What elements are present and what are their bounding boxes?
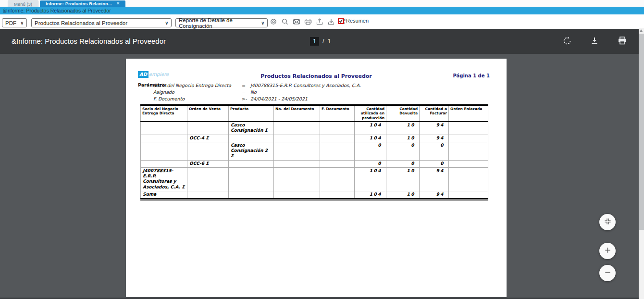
table-cell: OCC-6 Σ: [187, 160, 229, 167]
table-cell: [274, 142, 320, 160]
table-cell: [274, 135, 320, 142]
table-cell: Suma: [141, 191, 187, 199]
chevron-down-icon: ∨: [261, 21, 264, 25]
table-cell: OCC-4 Σ: [187, 135, 229, 142]
email-button[interactable]: [292, 18, 300, 26]
table-cell: [141, 122, 187, 135]
scrollbar-up-arrow-icon[interactable]: [640, 29, 643, 32]
table-cell: [320, 191, 355, 199]
table-cell: Casco Consignación 2 Σ: [229, 142, 274, 160]
print-icon: [618, 36, 627, 47]
table-cell: [141, 135, 187, 142]
table-cell: [229, 135, 274, 142]
table-header: Cantidad a Facturar: [420, 105, 449, 122]
report-select[interactable]: Productos Relacionados al Proveedor ∨: [31, 18, 172, 27]
minus-icon: [604, 269, 611, 277]
table-cell: [320, 160, 355, 167]
pdf-viewer-header: &Informe: Productos Relacionados al Prov…: [0, 29, 644, 54]
table-cell: 0: [355, 142, 386, 160]
email-icon: [293, 18, 300, 27]
rotate-button[interactable]: [562, 37, 572, 46]
pdf-page: ADempiere Productos Relacionados al Prov…: [126, 59, 507, 297]
table-cell: [449, 142, 488, 160]
table-cell: 94: [420, 135, 449, 142]
scrollbar-thumb[interactable]: [639, 34, 644, 230]
table-cell: 104: [355, 122, 386, 135]
table-cell: [320, 167, 355, 191]
table-cell: 0: [386, 142, 420, 160]
table-cell: 10: [386, 191, 420, 199]
archive-button[interactable]: [327, 18, 335, 26]
table-cell: [187, 191, 229, 199]
print-icon: [304, 18, 312, 27]
table-cell: Casco Consignación Σ: [229, 122, 274, 135]
search-icon: [281, 18, 289, 27]
table-cell: [187, 167, 229, 191]
table-cell: [229, 191, 274, 199]
page-total: 1: [327, 38, 331, 45]
table-cell: 94: [420, 191, 449, 199]
parameter-row: Asignado=No: [153, 89, 361, 96]
breadcrumb: &Informe: Productos Relacionados al Prov…: [0, 7, 644, 14]
page-number-input[interactable]: 1: [310, 37, 319, 46]
table-cell: 104: [355, 167, 386, 191]
rotate-icon: [562, 36, 572, 47]
table-row: OCC-6 Σ000: [141, 160, 488, 167]
format-select[interactable]: PDF ∨: [2, 18, 27, 27]
table-cell: [449, 122, 488, 135]
table-row: Casco Consignación 2 Σ000: [141, 142, 488, 160]
table-header: Socio del Negocio Entrega Directa: [141, 105, 187, 122]
summary-label: Resumen: [346, 18, 369, 24]
table-cell: 0: [420, 142, 449, 160]
table-cell: 10: [386, 135, 420, 142]
table-header: F. Documento: [320, 105, 355, 122]
report-title: Productos Relacionados al Proveedor: [126, 73, 507, 79]
settings-button[interactable]: [269, 18, 277, 26]
table-header: Orden de Venta: [187, 105, 229, 122]
table-cell: [274, 122, 320, 135]
table-cell: [229, 160, 274, 167]
summary-checkbox[interactable]: [338, 18, 344, 24]
vertical-scrollbar[interactable]: [639, 28, 644, 299]
table-cell: 10: [386, 122, 420, 135]
table-header: Cantidad utilizada en producción: [355, 105, 386, 122]
table-row: Casco Consignación Σ1041094: [141, 122, 488, 135]
table-cell: [187, 122, 229, 135]
print-button-viewer[interactable]: [617, 37, 627, 46]
table-cell: 0: [355, 160, 386, 167]
table-cell: [320, 122, 355, 135]
tab-menu[interactable]: Menú (3): [8, 0, 38, 7]
print-button[interactable]: [304, 18, 312, 26]
download-icon: [590, 37, 599, 47]
summary-option: Resumen: [338, 18, 369, 24]
export-button[interactable]: [315, 18, 323, 26]
fit-page-button[interactable]: [599, 214, 616, 230]
tab-informe[interactable]: Informe: Productos Relacion... ✕: [40, 0, 125, 7]
print-format-select[interactable]: Reporte de Detalle de Consignación ∨: [175, 18, 268, 27]
zoom-out-button[interactable]: [599, 265, 616, 281]
table-cell: [320, 135, 355, 142]
page-navigation: 1 / 1: [310, 29, 331, 54]
plus-icon: [604, 247, 611, 255]
report-parameters: Socio del Negocio Entrega Directa=J40078…: [153, 82, 361, 102]
search-button[interactable]: [281, 18, 289, 26]
viewer-actions: [562, 29, 627, 54]
pdf-viewer-area: ADempiere Productos Relacionados al Prov…: [0, 54, 644, 299]
table-cell: [187, 142, 229, 160]
zoom-in-button[interactable]: [599, 243, 616, 259]
viewer-title: &Informe: Productos Relacionados al Prov…: [12, 29, 166, 54]
table-cell: 0: [420, 160, 449, 167]
table-header: Cantidad Devuelta: [386, 105, 420, 122]
table-cell: 104: [355, 135, 386, 142]
tab-informe-label: Informe: Productos Relacion...: [46, 0, 112, 7]
table-cell: [229, 167, 274, 191]
report-page-label: Página 1 de 1: [453, 73, 490, 78]
table-cell: [320, 142, 355, 160]
chevron-down-icon: ∨: [20, 21, 24, 25]
export-icon: [316, 18, 323, 27]
close-icon[interactable]: ✕: [116, 0, 120, 7]
parameter-row: Socio del Negocio Entrega Directa=J40078…: [153, 82, 361, 89]
download-button[interactable]: [590, 37, 599, 46]
table-cell: [274, 167, 320, 191]
table-cell: [274, 160, 320, 167]
